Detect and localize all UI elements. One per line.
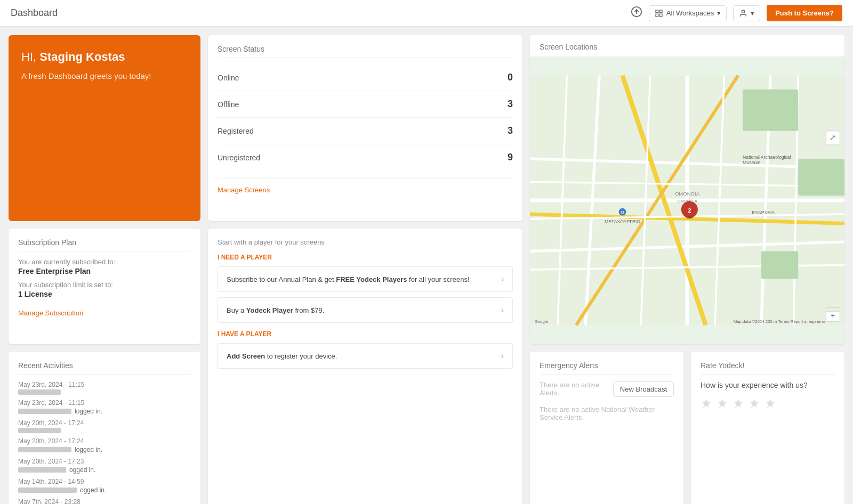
subscription-title: Subscription Plan (18, 238, 191, 251)
welcome-subtitle: A fresh Dashboard greets you today! (21, 71, 188, 80)
subscription-card: Subscription Plan You are currently subs… (9, 229, 200, 344)
page-title: Dashboard (11, 7, 58, 19)
limit-value: 1 License (18, 290, 191, 298)
svg-text:2: 2 (688, 207, 691, 214)
activity-bar (18, 447, 71, 452)
rate-yodeck-card: Rate Yodeck! How is your experience with… (691, 352, 844, 504)
user-name: Staging Kostas (39, 50, 125, 63)
activity-bar (18, 428, 61, 433)
user-selector[interactable]: ▾ (733, 5, 760, 21)
svg-rect-5 (659, 14, 662, 17)
activity-bar (18, 467, 66, 473)
recent-activities-card: Recent Activities May 23rd, 2024 - 11:15… (9, 352, 200, 504)
workspace-selector[interactable]: All Workspaces ▾ (649, 5, 727, 21)
welcome-card: HI, Staging Kostas A fresh Dashboard gre… (9, 35, 200, 221)
map-title: Screen Locations (530, 35, 844, 56)
star-2[interactable]: ★ (717, 396, 728, 411)
limit-label: Your subscription limit is set to: (18, 281, 191, 289)
map-card: Screen Locations (530, 35, 844, 344)
main-grid: HI, Staging Kostas A fresh Dashboard gre… (0, 27, 853, 504)
stars-container: ★ ★ ★ ★ ★ (701, 396, 835, 411)
emergency-alerts-title: Emergency Alerts (540, 361, 674, 375)
svg-text:M: M (621, 210, 624, 214)
svg-rect-26 (761, 251, 798, 279)
player-promo-card: Start with a player for your screens I N… (208, 229, 522, 504)
chevron-right-icon-3: › (501, 351, 504, 361)
topbar-right: All Workspaces ▾ ▾ Push to Screens? (631, 5, 842, 21)
svg-text:Google: Google (535, 319, 548, 324)
status-count: 3 (508, 125, 513, 136)
svg-text:National Archaeological: National Archaeological (743, 155, 791, 160)
alerts-row: There are no active Alerts. New Broadcas… (540, 381, 674, 397)
status-label: Online (218, 74, 239, 82)
star-4[interactable]: ★ (749, 396, 760, 411)
svg-rect-24 (743, 90, 798, 131)
chevron-down-icon: ▾ (717, 9, 721, 17)
status-row: Registered3 (218, 118, 513, 144)
svg-text:ΟΜΟΝΟΙΑ: ΟΜΟΝΟΙΑ (675, 191, 700, 197)
rate-title: Rate Yodeck! (701, 361, 835, 375)
status-rows: Online0Offline3Registered3Unregistered9 (218, 64, 513, 170)
status-row: Offline3 (218, 91, 513, 118)
have-player-tag: I HAVE A PLAYER (218, 330, 513, 338)
upload-icon[interactable] (631, 6, 642, 20)
status-label: Offline (218, 100, 239, 109)
map-container[interactable]: ΟΜΟΝΟΙΑ ΟΜΟΝΟΙΑ ΜΕΤΑΧΟΥΡΓΕΙΟ ΕΞΑΡΧΕΙΑ Na… (530, 56, 844, 344)
svg-text:⤢: ⤢ (830, 133, 836, 142)
chevron-down-icon-user: ▾ (751, 9, 754, 17)
user-icon (739, 9, 747, 18)
svg-rect-42 (826, 307, 840, 308)
activity-bar (18, 389, 61, 395)
svg-point-37 (686, 216, 693, 219)
status-count: 0 (508, 72, 513, 83)
status-row: Unregistered9 (218, 144, 513, 170)
status-label: Registered (218, 127, 254, 135)
list-item: May 20th, 2024 - 17:24 logged in. (18, 437, 191, 453)
bottom-col3: Emergency Alerts There are no active Ale… (530, 352, 844, 504)
list-item: May 14th, 2024 - 14:59 ogged in. (18, 478, 191, 494)
add-screen-option[interactable]: Add Screen to register your device. › (218, 343, 513, 369)
svg-text:Museum: Museum (743, 160, 760, 165)
svg-point-6 (742, 10, 745, 13)
topbar: Dashboard All Workspaces ▾ ▾ Push to Scr (0, 0, 853, 27)
emergency-alerts-card: Emergency Alerts There are no active Ale… (530, 352, 683, 504)
svg-text:ΕΞΑΡΧΕΙΑ: ΕΞΑΡΧΕΙΑ (752, 210, 775, 215)
no-alerts-text: There are no active Alerts. (540, 381, 608, 397)
rate-question: How is your experience with us? (701, 381, 835, 389)
list-item: May 20th, 2024 - 17:24 (18, 419, 191, 433)
svg-text:Map data ©2024  200 m  Terms  : Map data ©2024 200 m Terms Report a map … (734, 319, 826, 324)
new-broadcast-button[interactable]: New Broadcast (613, 381, 674, 397)
status-count: 3 (508, 99, 513, 110)
status-label: Unregistered (218, 153, 260, 162)
activity-bar (18, 487, 77, 493)
need-player-tag: I NEED A PLAYER (218, 254, 513, 261)
player-section-title: Start with a player for your screens (218, 238, 513, 246)
manage-subscription-link[interactable]: Manage Subscription (18, 309, 83, 317)
screen-status-title: Screen Status (218, 45, 513, 58)
svg-rect-2 (656, 10, 658, 13)
svg-rect-3 (659, 10, 662, 13)
activities-scroll[interactable]: May 23rd, 2024 - 11:15 May 23rd, 2024 - … (18, 381, 191, 504)
subscribed-label: You are currently subscribed to: (18, 258, 191, 266)
star-1[interactable]: ★ (701, 396, 712, 411)
buy-player-option[interactable]: Buy a Yodeck Player from $79. › (218, 297, 513, 323)
map-svg: ΟΜΟΝΟΙΑ ΟΜΟΝΟΙΑ ΜΕΤΑΧΟΥΡΓΕΙΟ ΕΞΑΡΧΕΙΑ Na… (530, 56, 844, 344)
activity-bar (18, 409, 71, 414)
star-3[interactable]: ★ (733, 396, 744, 411)
list-item: May 7th, 2024 - 23:28 updated Web Page g… (18, 498, 191, 504)
buy-player-text: Buy a Yodeck Player from $79. (227, 306, 501, 314)
annual-plan-option[interactable]: Subscribe to our Annual Plan & get FREE … (218, 266, 513, 292)
chevron-right-icon-2: › (501, 305, 504, 315)
plan-name: Free Enterprise Plan (18, 267, 191, 275)
svg-rect-4 (656, 14, 658, 17)
list-item: May 20th, 2024 - 17:23 ogged in. (18, 458, 191, 474)
manage-screens-link[interactable]: Manage Screens (218, 178, 513, 194)
svg-text:ΜΕΤΑΧΟΥΡΓΕΙΟ: ΜΕΤΑΧΟΥΡΓΕΙΟ (605, 219, 640, 224)
nws-alert-text: There are no active National Weather Ser… (540, 401, 674, 426)
workspace-label: All Workspaces (666, 9, 714, 17)
status-count: 9 (508, 152, 513, 163)
recent-activities-title: Recent Activities (18, 361, 191, 375)
push-to-screens-button[interactable]: Push to Screens? (767, 5, 842, 21)
annual-plan-text: Subscribe to our Annual Plan & get FREE … (227, 275, 501, 283)
star-5[interactable]: ★ (765, 396, 776, 411)
